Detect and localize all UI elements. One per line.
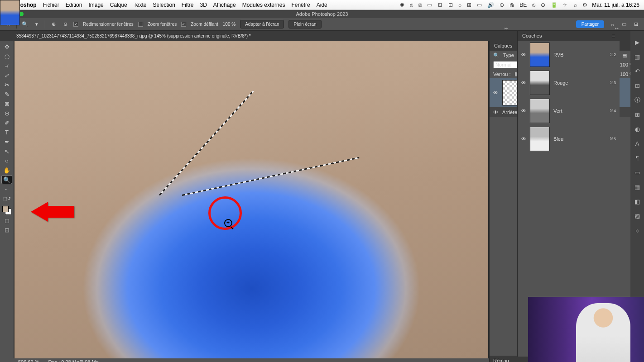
menu-fenetre[interactable]: Fenêtre	[291, 2, 310, 8]
doc-size[interactable]: Doc : 9,08 Mo/9,08 Mo	[48, 359, 98, 362]
zoom-level[interactable]: 506,69 %	[18, 359, 39, 362]
menu-texte[interactable]: Texte	[134, 2, 147, 8]
keyboard-icon[interactable]: BE	[519, 2, 527, 8]
lasso-tool[interactable]: ⟉	[2, 62, 12, 70]
status-icon[interactable]: ▭	[427, 2, 432, 8]
play-icon[interactable]: ▶	[633, 38, 641, 46]
pen-tool[interactable]: ✒	[2, 138, 12, 146]
channel-thumbnail[interactable]	[530, 43, 550, 67]
menu-filtre[interactable]: Filtre	[182, 2, 194, 8]
menu-image[interactable]: Image	[88, 2, 103, 8]
document-canvas[interactable]	[14, 41, 488, 358]
marquee-tool[interactable]: ◌	[2, 52, 12, 60]
visibility-icon[interactable]: 👁	[521, 136, 526, 142]
menu-3d[interactable]: 3D	[200, 2, 207, 8]
wifi-icon[interactable]: ᯤ	[563, 2, 568, 8]
status-icon[interactable]: ⎋	[410, 2, 413, 8]
brush-tool[interactable]: ✐	[2, 119, 12, 127]
control-center-icon[interactable]: ⚙	[582, 2, 587, 8]
bluetooth-icon[interactable]: ⎋	[532, 2, 535, 8]
layer-thumbnail[interactable]	[0, 0, 20, 25]
history-icon[interactable]: ↶	[633, 67, 641, 75]
status-icon[interactable]: ⌕	[458, 2, 461, 8]
search-icon[interactable]: 🔍	[493, 52, 500, 58]
menu-affichage[interactable]: Affichage	[213, 2, 236, 8]
menu-selection[interactable]: Sélection	[153, 2, 175, 8]
healing-tool[interactable]: ⊛	[2, 109, 12, 117]
zoom-windows-checkbox[interactable]	[138, 22, 143, 27]
histogram-icon[interactable]: ▥	[633, 52, 641, 61]
sound-icon[interactable]: 🔊	[487, 2, 494, 8]
status-icon[interactable]: ⊡	[448, 2, 453, 8]
zoom-tool[interactable]: 🔍	[2, 176, 12, 184]
path-tool[interactable]: ↖	[2, 147, 12, 155]
zoom-out-icon[interactable]: ⊖	[62, 21, 69, 28]
zoom-pct[interactable]: 100 %	[223, 22, 235, 27]
resize-windows-checkbox[interactable]	[73, 22, 78, 27]
filter-smart-icon[interactable]: ▤	[621, 52, 628, 58]
layers-tab[interactable]: Calques	[494, 43, 512, 48]
shape-tool[interactable]: ○	[2, 157, 12, 165]
zoom-in-icon[interactable]: ⊕	[50, 21, 57, 28]
navigator-icon[interactable]: ⊡	[633, 81, 641, 90]
adjustments-icon[interactable]: ◐	[633, 125, 641, 133]
arrange-icon[interactable]: ⊞	[632, 21, 639, 28]
properties-icon[interactable]: ⊞	[633, 110, 641, 119]
paths-icon[interactable]: ⟐	[633, 226, 641, 234]
filter-kind-label[interactable]: Type	[503, 52, 514, 58]
channel-row[interactable]: 👁 Vert ⌘4	[518, 97, 620, 125]
panel-collapse-icon[interactable]: ▸▸	[505, 26, 508, 30]
status-icon[interactable]: ⋒	[509, 2, 514, 8]
menu-calque[interactable]: Calque	[110, 2, 127, 8]
move-tool[interactable]: ✥	[2, 43, 12, 51]
menu-edition[interactable]: Edition	[66, 2, 82, 8]
search-icon[interactable]: ⌕	[574, 2, 577, 8]
menu-fichier[interactable]: Fichier	[43, 2, 59, 8]
menu-modules[interactable]: Modules externes	[242, 2, 285, 8]
channel-row[interactable]: 👁 Rouge ⌘3	[518, 69, 620, 97]
visibility-icon[interactable]: 👁	[492, 110, 499, 115]
gradients-icon[interactable]: ◧	[633, 197, 641, 205]
visibility-icon[interactable]: 👁	[492, 90, 499, 95]
menubar-clock[interactable]: Mar. 11 juil. à 16:26	[592, 2, 639, 8]
swatches-icon[interactable]: ▦	[633, 183, 641, 191]
visibility-icon[interactable]: 👁	[521, 108, 526, 114]
wand-tool[interactable]: ⤢	[2, 71, 12, 79]
share-button[interactable]: Partager	[576, 20, 604, 28]
patterns-icon[interactable]: ▨	[633, 212, 641, 220]
fullscreen-button[interactable]: Plein écran	[288, 20, 321, 29]
edit-toolbar[interactable]: ⋯	[2, 185, 12, 193]
status-icon[interactable]: ⊞	[467, 2, 471, 8]
menu-aide[interactable]: Aide	[317, 2, 327, 8]
quickmask-icon[interactable]: ◻	[2, 216, 12, 224]
channel-row[interactable]: 👁 RVB ⌘2	[518, 41, 620, 69]
visibility-icon[interactable]: 👁	[521, 80, 526, 86]
battery-icon[interactable]: 🔋	[551, 2, 557, 8]
zoom-tool-icon[interactable]: 🔍	[21, 21, 29, 28]
channel-thumbnail[interactable]	[530, 127, 550, 151]
character-icon[interactable]: A	[633, 139, 641, 148]
panel-collapse-icon[interactable]: ▸▸	[615, 26, 619, 30]
info-icon[interactable]: ⓘ	[633, 96, 641, 104]
swap-colors-icon[interactable]: ⬚↺	[2, 195, 12, 203]
foreground-background-colors[interactable]	[2, 206, 11, 215]
workspace-icon[interactable]: ▭	[620, 21, 628, 28]
fit-screen-button[interactable]: Adapter à l'écran	[240, 20, 284, 29]
eyedropper-tool[interactable]: ✎	[2, 90, 12, 98]
channel-row[interactable]: 👁 Bleu ⌘5	[518, 125, 620, 153]
type-tool[interactable]: T	[2, 128, 12, 136]
crop-tool[interactable]: ✂	[2, 81, 12, 89]
zoom-scroll-checkbox[interactable]	[181, 22, 186, 27]
channels-tab[interactable]: Couches	[522, 33, 542, 38]
status-icon[interactable]: ⎚	[418, 2, 422, 8]
status-icon[interactable]: ⊙	[500, 2, 504, 8]
channel-thumbnail[interactable]	[530, 71, 550, 95]
status-icon[interactable]: ⊙	[541, 2, 545, 8]
status-icon[interactable]: ▭	[477, 2, 482, 8]
panel-menu-icon[interactable]: ≡	[612, 33, 615, 38]
channel-thumbnail[interactable]	[530, 99, 550, 123]
status-icon[interactable]: ✺	[400, 2, 404, 8]
visibility-icon[interactable]: 👁	[521, 52, 526, 57]
status-icon[interactable]: 🗓	[437, 2, 443, 8]
hand-tool[interactable]: ✋	[2, 166, 12, 174]
